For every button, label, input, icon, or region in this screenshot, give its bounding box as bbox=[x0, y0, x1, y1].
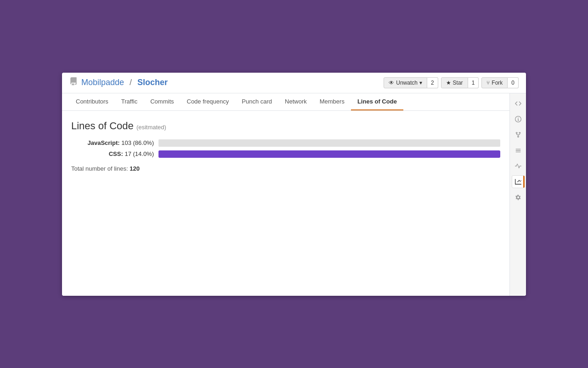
list-icon[interactable] bbox=[512, 144, 525, 157]
total-value: 120 bbox=[130, 165, 140, 172]
total-label: Total number of lines: bbox=[71, 165, 128, 172]
tab-lines-of-code[interactable]: Lines of Code bbox=[351, 93, 403, 110]
tabs-bar: Contributors Traffic Commits Code freque… bbox=[62, 93, 509, 111]
star-group: ★ Star 1 bbox=[441, 77, 479, 88]
repo-icon bbox=[69, 77, 78, 88]
star-count: 1 bbox=[468, 77, 479, 88]
dropdown-icon: ▾ bbox=[419, 80, 422, 86]
main-window: Mobilpadde / Slocher 👁 Unwatch ▾ 2 ★ Sta… bbox=[62, 73, 526, 296]
settings-icon[interactable] bbox=[512, 191, 525, 204]
fork-count: 0 bbox=[508, 77, 519, 88]
header-actions: 👁 Unwatch ▾ 2 ★ Star 1 ⑂ Fork 0 bbox=[384, 77, 519, 88]
language-row-css: CSS: 17 (14.0%) bbox=[71, 150, 500, 158]
page-content: Lines of Code (esitmated) JavaScript: 10… bbox=[62, 111, 509, 186]
tab-members[interactable]: Members bbox=[313, 93, 351, 110]
page-title: Lines of Code (esitmated) bbox=[71, 120, 500, 132]
fork-icon: ⑂ bbox=[486, 80, 490, 86]
tab-network[interactable]: Network bbox=[278, 93, 313, 110]
pulse-icon[interactable] bbox=[512, 160, 525, 172]
chart-icon[interactable] bbox=[512, 175, 525, 188]
watch-label: Unwatch bbox=[396, 80, 418, 86]
star-label: Star bbox=[453, 80, 463, 86]
unwatch-button[interactable]: 👁 Unwatch ▾ bbox=[384, 77, 427, 88]
tab-traffic[interactable]: Traffic bbox=[115, 93, 144, 110]
tab-punch-card[interactable]: Punch card bbox=[235, 93, 278, 110]
header: Mobilpadde / Slocher 👁 Unwatch ▾ 2 ★ Sta… bbox=[62, 73, 526, 93]
fork-button[interactable]: ⑂ Fork bbox=[481, 77, 508, 88]
content-area: Contributors Traffic Commits Code freque… bbox=[62, 93, 509, 296]
js-bar-container bbox=[158, 139, 500, 147]
repo-owner[interactable]: Mobilpadde bbox=[81, 78, 124, 87]
language-row-js: JavaScript: 103 (86.0%) bbox=[71, 139, 500, 147]
tab-contributors[interactable]: Contributors bbox=[69, 93, 115, 110]
repo-separator: / bbox=[130, 78, 132, 87]
watch-group: 👁 Unwatch ▾ 2 bbox=[384, 77, 438, 88]
js-label: JavaScript: 103 (86.0%) bbox=[71, 139, 154, 146]
fork-sidebar-icon[interactable] bbox=[512, 128, 525, 141]
fork-group: ⑂ Fork 0 bbox=[481, 77, 519, 88]
fork-label: Fork bbox=[492, 80, 503, 86]
star-button[interactable]: ★ Star bbox=[441, 77, 468, 88]
repo-title: Mobilpadde / Slocher bbox=[69, 77, 168, 88]
repo-name[interactable]: Slocher bbox=[137, 78, 168, 87]
star-icon: ★ bbox=[446, 80, 451, 86]
total-line: Total number of lines: 120 bbox=[71, 165, 500, 172]
right-sidebar bbox=[509, 93, 526, 296]
watch-count: 2 bbox=[427, 77, 438, 88]
css-bar bbox=[158, 150, 500, 158]
title-text: Lines of Code bbox=[71, 120, 134, 132]
title-subtitle: (esitmated) bbox=[136, 124, 166, 131]
code-icon[interactable] bbox=[512, 97, 525, 110]
main-layout: Contributors Traffic Commits Code freque… bbox=[62, 93, 526, 296]
tab-code-frequency[interactable]: Code frequency bbox=[181, 93, 236, 110]
eye-icon: 👁 bbox=[389, 80, 394, 86]
css-bar-container bbox=[158, 150, 500, 158]
js-bar bbox=[158, 139, 500, 147]
info-icon[interactable] bbox=[512, 113, 525, 126]
css-label: CSS: 17 (14.0%) bbox=[71, 150, 154, 157]
tab-commits[interactable]: Commits bbox=[144, 93, 180, 110]
